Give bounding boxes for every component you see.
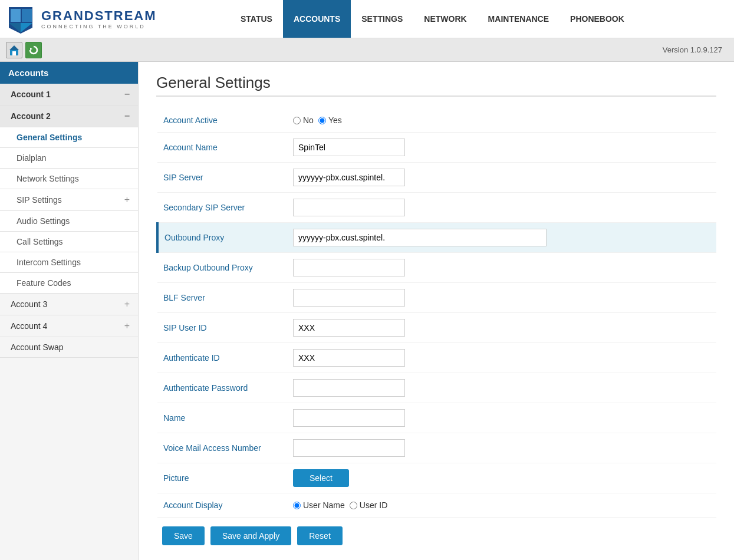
sidebar-item-sip-settings[interactable]: SIP Settings + xyxy=(0,189,138,211)
label-authenticate-id: Authenticate ID xyxy=(157,343,287,373)
logo-text: GRANDSTREAM CONNECTING THE WORLD xyxy=(41,8,157,29)
radio-userid-label[interactable]: User ID xyxy=(350,500,387,510)
nav-network[interactable]: NETWORK xyxy=(413,0,477,38)
sidebar: Accounts Account 1 − Account 2 − General… xyxy=(0,62,139,560)
form-row-authenticate-password: Authenticate Password xyxy=(157,373,716,403)
input-authenticate-id[interactable] xyxy=(293,349,405,367)
radio-group-account-display: User Name User ID xyxy=(293,500,710,510)
label-backup-outbound-proxy: Backup Outbound Proxy xyxy=(157,253,287,283)
label-voice-mail: Voice Mail Access Number xyxy=(157,433,287,463)
input-outbound-proxy[interactable] xyxy=(293,229,547,246)
page-title: General Settings xyxy=(156,74,716,92)
select-button[interactable]: Select xyxy=(293,469,349,487)
logo-tagline: CONNECTING THE WORLD xyxy=(41,24,157,29)
value-account-display: User Name User ID xyxy=(287,493,716,518)
radio-userid-text: User ID xyxy=(360,500,387,510)
svg-marker-6 xyxy=(9,45,19,50)
input-authenticate-password[interactable] xyxy=(293,379,405,397)
reset-button[interactable]: Reset xyxy=(297,526,343,545)
form-row-blf-server: BLF Server xyxy=(157,283,716,313)
sidebar-item-account-swap[interactable]: Account Swap xyxy=(0,337,138,358)
logo-area: GRANDSTREAM CONNECTING THE WORLD xyxy=(6,4,171,34)
input-secondary-sip-server[interactable] xyxy=(293,199,405,216)
label-name: Name xyxy=(157,403,287,433)
content: General Settings Account Active No xyxy=(139,62,734,560)
save-and-apply-button[interactable]: Save and Apply xyxy=(210,526,291,545)
label-sip-server: SIP Server xyxy=(157,163,287,193)
form-row-name: Name xyxy=(157,403,716,433)
svg-marker-1 xyxy=(11,9,21,22)
label-account-active: Account Active xyxy=(157,108,287,133)
input-name[interactable] xyxy=(293,409,405,427)
plus-icon: + xyxy=(124,299,130,309)
version-text: Version 1.0.9.127 xyxy=(663,45,722,54)
radio-no-label[interactable]: No xyxy=(293,116,314,125)
refresh-icon[interactable] xyxy=(25,42,42,58)
header: GRANDSTREAM CONNECTING THE WORLD STATUS … xyxy=(0,0,734,38)
sidebar-item-network-settings[interactable]: Network Settings xyxy=(0,169,138,189)
label-authenticate-password: Authenticate Password xyxy=(157,373,287,403)
value-picture: Select xyxy=(287,463,716,493)
sidebar-header: Accounts xyxy=(0,62,138,84)
page-divider xyxy=(156,95,716,97)
form-row-sip-user-id: SIP User ID xyxy=(157,313,716,343)
input-blf-server[interactable] xyxy=(293,289,405,307)
plus-icon: + xyxy=(124,195,130,205)
form-row-account-name: Account Name xyxy=(157,133,716,163)
sidebar-item-account2[interactable]: Account 2 − xyxy=(0,106,138,127)
value-sip-server xyxy=(287,163,716,193)
sidebar-item-audio-settings[interactable]: Audio Settings xyxy=(0,211,138,232)
radio-yes[interactable] xyxy=(318,117,326,124)
sidebar-item-call-settings[interactable]: Call Settings xyxy=(0,232,138,252)
svg-marker-8 xyxy=(30,48,32,50)
value-sip-user-id xyxy=(287,313,716,343)
label-outbound-proxy: Outbound Proxy xyxy=(157,223,287,253)
settings-form: Account Active No Yes xyxy=(156,108,716,518)
form-row-outbound-proxy: Outbound Proxy xyxy=(157,223,716,253)
value-secondary-sip-server xyxy=(287,193,716,223)
plus-icon: + xyxy=(124,321,130,331)
value-name xyxy=(287,403,716,433)
form-row-picture: Picture Select xyxy=(157,463,716,493)
nav-accounts[interactable]: ACCOUNTS xyxy=(283,0,351,38)
input-voice-mail[interactable] xyxy=(293,439,405,457)
radio-username-text: User Name xyxy=(303,500,345,510)
nav-settings[interactable]: SETTINGS xyxy=(351,0,413,38)
value-account-name xyxy=(287,133,716,163)
nav-phonebook[interactable]: PHONEBOOK xyxy=(559,0,635,38)
sidebar-item-intercom-settings[interactable]: Intercom Settings xyxy=(0,252,138,273)
sidebar-item-dialplan[interactable]: Dialplan xyxy=(0,148,138,169)
sidebar-item-account1[interactable]: Account 1 − xyxy=(0,84,138,106)
svg-marker-2 xyxy=(22,9,32,22)
home-icon[interactable] xyxy=(6,42,22,58)
radio-userid[interactable] xyxy=(350,502,357,509)
value-backup-outbound-proxy xyxy=(287,253,716,283)
radio-username[interactable] xyxy=(293,502,301,509)
grandstream-logo-icon xyxy=(6,4,35,34)
input-account-name[interactable] xyxy=(293,139,405,156)
nav-status[interactable]: STATUS xyxy=(230,0,283,38)
sidebar-item-account3[interactable]: Account 3 + xyxy=(0,294,138,315)
value-authenticate-password xyxy=(287,373,716,403)
label-sip-user-id: SIP User ID xyxy=(157,313,287,343)
nav-maintenance[interactable]: MAINTENANCE xyxy=(478,0,559,38)
radio-yes-label[interactable]: Yes xyxy=(318,116,342,125)
minus-icon: − xyxy=(124,89,130,100)
sidebar-item-account4[interactable]: Account 4 + xyxy=(0,315,138,337)
radio-no-text: No xyxy=(303,116,314,125)
sidebar-item-general-settings[interactable]: General Settings xyxy=(0,127,138,148)
input-sip-user-id[interactable] xyxy=(293,319,405,337)
value-outbound-proxy xyxy=(287,223,716,253)
radio-no[interactable] xyxy=(293,117,301,124)
save-button[interactable]: Save xyxy=(162,526,205,545)
sidebar-item-feature-codes[interactable]: Feature Codes xyxy=(0,273,138,294)
radio-username-label[interactable]: User Name xyxy=(293,500,345,510)
label-secondary-sip-server: Secondary SIP Server xyxy=(157,193,287,223)
value-authenticate-id xyxy=(287,343,716,373)
main-nav: STATUS ACCOUNTS SETTINGS NETWORK MAINTEN… xyxy=(171,0,734,38)
form-row-authenticate-id: Authenticate ID xyxy=(157,343,716,373)
minus-icon: − xyxy=(124,111,130,121)
input-backup-outbound-proxy[interactable] xyxy=(293,259,405,276)
toolbar-icons xyxy=(6,42,42,58)
input-sip-server[interactable] xyxy=(293,169,405,186)
